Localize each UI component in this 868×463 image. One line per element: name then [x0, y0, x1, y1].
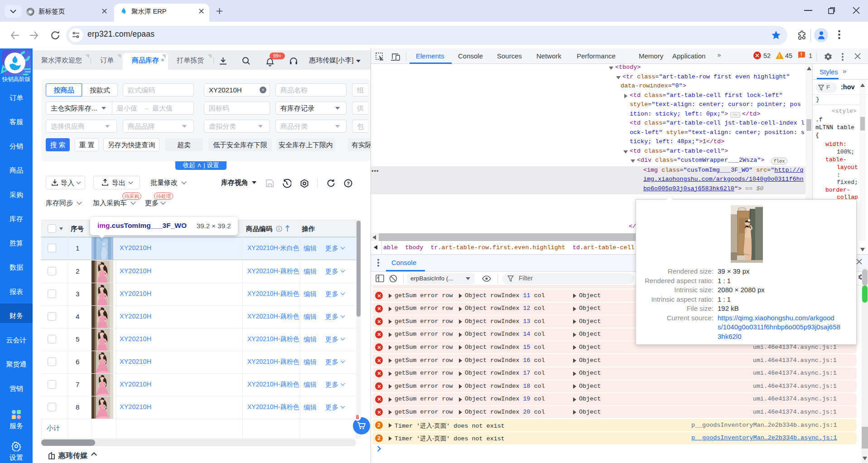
svg-text:?: ?	[347, 181, 350, 186]
